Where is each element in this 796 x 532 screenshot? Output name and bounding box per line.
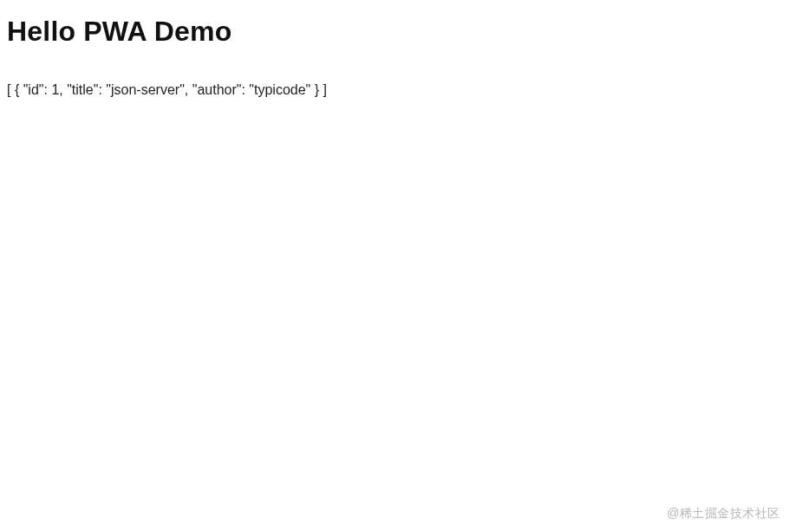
page-title: Hello PWA Demo: [7, 16, 796, 48]
json-output-text: [ { "id": 1, "title": "json-server", "au…: [7, 82, 796, 98]
watermark-text: @稀土掘金技术社区: [667, 506, 780, 522]
